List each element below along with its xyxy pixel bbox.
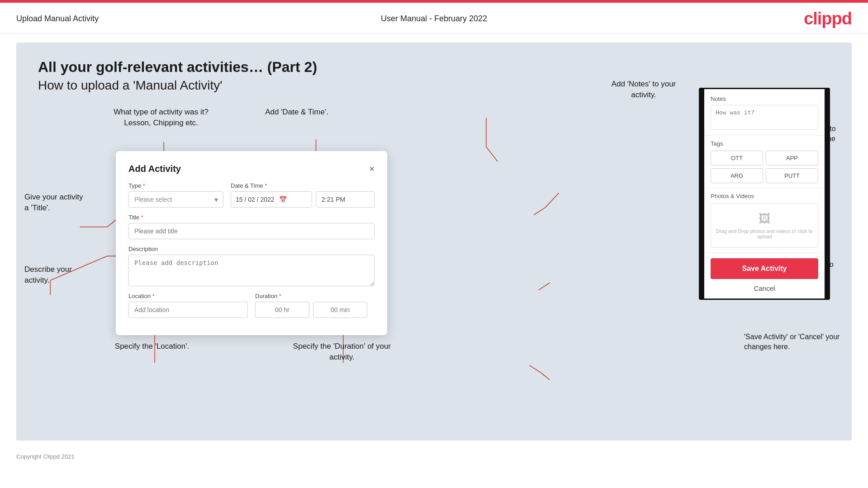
copyright-text: Copyright Clippd 2021 xyxy=(16,453,75,460)
tag-ott[interactable]: OTT xyxy=(711,151,763,166)
required-star-title: * xyxy=(139,214,143,221)
notes-label: Notes xyxy=(711,95,818,102)
annotation-duration: Specify the 'Duration' of your activity. xyxy=(288,341,396,363)
form-row-type-datetime: Type * Please select Date & Time * 15 / … xyxy=(128,182,375,208)
photo-icon: 🖼 xyxy=(759,212,770,226)
notes-textarea[interactable] xyxy=(711,105,818,130)
required-star-duration: * xyxy=(277,293,281,299)
add-activity-modal: Add Activity × Type * Please select Date… xyxy=(116,151,387,335)
annotation-type: What type of activity was it? Lesson, Ch… xyxy=(111,107,211,128)
header-subtitle: User Manual - February 2022 xyxy=(381,14,487,24)
form-row-location-duration: Location * Duration * xyxy=(128,293,375,318)
duration-hr-input[interactable] xyxy=(255,302,309,318)
footer: Copyright Clippd 2021 xyxy=(0,450,868,464)
tag-app[interactable]: APP xyxy=(766,151,818,166)
photos-label: Photos & Videos xyxy=(711,193,818,199)
logo: clippd xyxy=(804,9,852,28)
annotation-datetime: Add 'Date & Time'. xyxy=(256,107,337,118)
tag-putt[interactable]: PUTT xyxy=(766,168,818,183)
modal-title: Add Activity xyxy=(128,164,181,174)
page-title: Upload Manual Activity xyxy=(16,14,99,24)
duration-row xyxy=(255,302,375,318)
calendar-icon: 📅 xyxy=(279,196,287,203)
svg-line-15 xyxy=(545,193,559,208)
type-select[interactable]: Please select xyxy=(128,191,223,208)
required-star-datetime: * xyxy=(263,182,267,189)
duration-group: Duration * xyxy=(255,293,375,318)
annotation-save: 'Save Activity' or 'Cancel' your changes… xyxy=(744,332,844,352)
svg-line-5 xyxy=(107,220,116,227)
save-activity-button[interactable]: Save Activity xyxy=(711,258,818,279)
photos-placeholder-text: Drag and Drop photos and videos or click… xyxy=(716,228,813,239)
location-label: Location * xyxy=(128,293,248,299)
annotation-location: Specify the 'Location'. xyxy=(107,341,197,352)
description-textarea[interactable] xyxy=(128,255,375,286)
svg-line-14 xyxy=(486,147,498,161)
photos-section: Photos & Videos 🖼 Drag and Drop photos a… xyxy=(704,188,825,253)
tag-arg[interactable]: ARG xyxy=(711,168,763,183)
title-label: Title * xyxy=(128,214,375,221)
main-content: All your golf-relevant activities… (Part… xyxy=(16,43,852,441)
date-input[interactable]: 15 / 02 / 2022 📅 xyxy=(231,191,312,208)
annotation-notes: Add 'Notes' to your activity. xyxy=(603,79,684,100)
type-label: Type * xyxy=(128,182,223,189)
svg-line-18 xyxy=(541,373,550,380)
tags-section: Tags OTTAPPARGPUTT xyxy=(704,136,825,188)
main-heading: All your golf-relevant activities… (Part… xyxy=(38,59,830,76)
form-row-title: Title * xyxy=(128,214,375,239)
type-group: Type * Please select xyxy=(128,182,223,208)
phone-panel: Notes Tags OTTAPPARGPUTT Photos & Videos… xyxy=(699,88,830,300)
annotation-title: Give your activity a 'Title'. xyxy=(24,192,88,213)
notes-section: Notes xyxy=(704,89,825,136)
modal-header: Add Activity × xyxy=(128,164,375,174)
phone-screen: Notes Tags OTTAPPARGPUTT Photos & Videos… xyxy=(699,88,830,300)
description-label: Description xyxy=(128,246,375,252)
required-star-type: * xyxy=(141,182,145,189)
annotation-description: Describe your activity. xyxy=(24,264,88,286)
date-time-row: 15 / 02 / 2022 📅 xyxy=(231,191,375,208)
tags-label: Tags xyxy=(711,140,818,147)
location-input[interactable] xyxy=(128,302,248,318)
required-star-location: * xyxy=(151,293,155,299)
datetime-label: Date & Time * xyxy=(231,182,375,189)
description-group: Description xyxy=(128,246,375,286)
cancel-link[interactable]: Cancel xyxy=(704,284,825,298)
tags-grid: OTTAPPARGPUTT xyxy=(711,151,818,183)
header: Upload Manual Activity User Manual - Feb… xyxy=(0,3,868,33)
svg-line-16 xyxy=(534,208,545,215)
form-row-description: Description xyxy=(128,246,375,286)
datetime-group: Date & Time * 15 / 02 / 2022 📅 xyxy=(231,182,375,208)
close-button[interactable]: × xyxy=(369,164,375,174)
location-group: Location * xyxy=(128,293,248,318)
type-select-wrapper: Please select xyxy=(128,191,223,208)
title-input[interactable] xyxy=(128,223,375,239)
time-input[interactable] xyxy=(316,191,375,208)
svg-line-19 xyxy=(529,365,541,373)
svg-line-17 xyxy=(538,283,550,290)
duration-min-input[interactable] xyxy=(313,302,367,318)
title-group: Title * xyxy=(128,214,375,239)
duration-label: Duration * xyxy=(255,293,375,299)
photos-dropzone[interactable]: 🖼 Drag and Drop photos and videos or cli… xyxy=(711,203,818,248)
